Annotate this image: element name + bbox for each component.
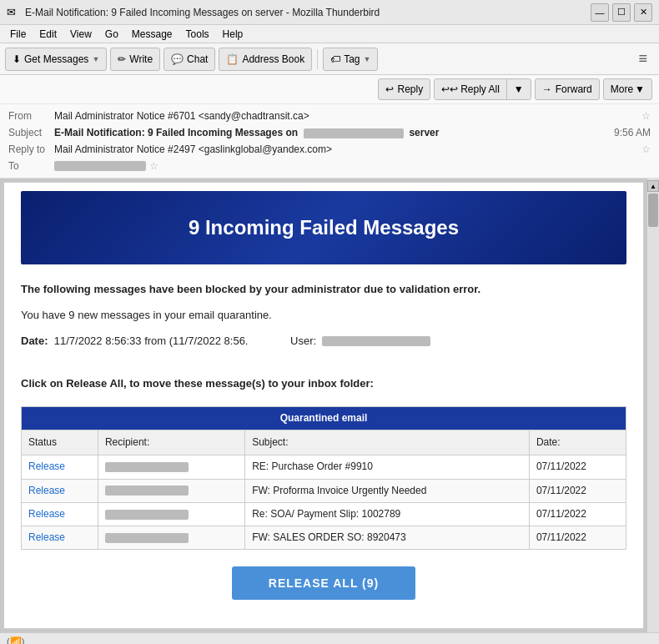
table-cell-subject: FW: Proforma Invoice Urgently Needed (245, 479, 530, 502)
more-button[interactable]: More ▼ (603, 78, 652, 100)
email-fields: From Mail Administrator Notice #6701 <sa… (0, 104, 659, 178)
more-label: More (611, 83, 633, 95)
reply-icon: ↩ (385, 83, 394, 95)
col-subject: Subject: (245, 430, 530, 455)
email-body: 9 Incoming Failed Messages The following… (4, 183, 643, 629)
menu-message[interactable]: Message (125, 27, 179, 42)
scrollbar-up[interactable]: ▲ (647, 180, 659, 192)
menu-view[interactable]: View (63, 27, 98, 42)
table-cell-status[interactable]: Release (22, 455, 98, 479)
to-star-icon[interactable]: ☆ (149, 160, 158, 172)
user-blurred (322, 336, 430, 346)
release-link[interactable]: Release (28, 508, 65, 520)
table-body: ReleaseRE: Purchase Order #991007/11/202… (22, 455, 626, 550)
address-book-label: Address Book (242, 53, 304, 65)
chat-icon: 💬 (171, 53, 184, 65)
reply-all-dropdown[interactable]: ▼ (507, 79, 531, 99)
menu-file[interactable]: File (3, 27, 33, 42)
subject-label: Subject (8, 127, 54, 138)
replyto-row: Reply to Mail Administrator Notice #2497… (8, 141, 651, 158)
menu-help[interactable]: Help (216, 27, 250, 42)
tag-label: Tag (344, 53, 360, 65)
address-book-button[interactable]: 📋 Address Book (219, 48, 312, 71)
write-button[interactable]: ✏ Write (110, 48, 160, 71)
release-link[interactable]: Release (28, 531, 65, 543)
window-title: E-Mail Notification: 9 Failed Incoming M… (25, 7, 591, 18)
recipient-blurred (105, 533, 189, 543)
table-cell-status[interactable]: Release (22, 526, 98, 549)
subject-value: E-Mail Notification: 9 Failed Incoming M… (54, 127, 614, 138)
email-header: ↩ Reply ↩↩ Reply All ▼ → Forward More ▼ … (0, 75, 659, 179)
table-cell-date: 07/11/2022 (529, 455, 626, 479)
menu-edit[interactable]: Edit (33, 27, 63, 42)
table-cell-subject: Re: SOA/ Payment Slip: 1002789 (245, 502, 530, 526)
to-row: To ☆ (8, 158, 651, 174)
chat-button[interactable]: 💬 Chat (163, 48, 215, 71)
phish-header: 9 Incoming Failed Messages (21, 191, 626, 264)
table-row: ReleaseFW: SALES ORDER SO: 892047307/11/… (22, 526, 626, 549)
statusbar: (📶) (0, 632, 659, 644)
window-controls: — ☐ ✕ (591, 3, 652, 22)
write-label: Write (129, 53, 153, 65)
table-row: ReleaseFW: Proforma Invoice Urgently Nee… (22, 479, 626, 502)
email-time: 9:56 AM (614, 127, 651, 138)
replyto-star-icon[interactable]: ☆ (641, 143, 651, 155)
date-value: 11/7/2022 8:56:33 from (11/7/2022 8:56. (54, 335, 249, 347)
reply-all-group: ↩↩ Reply All ▼ (434, 78, 531, 100)
table-cell-recipient (98, 502, 244, 526)
reply-button[interactable]: ↩ Reply (378, 78, 430, 100)
recipient-blurred (105, 510, 189, 520)
replyto-value: Mail Administrator Notice #2497 <gaslink… (54, 143, 638, 155)
col-recipient: Recipient: (98, 430, 244, 455)
tag-arrow: ▼ (364, 55, 371, 63)
more-arrow: ▼ (635, 83, 645, 95)
reply-all-icon: ↩↩ (441, 83, 458, 95)
user-label: User: (290, 335, 316, 347)
intro-text: The following messages have been blocked… (21, 281, 626, 299)
minimize-button[interactable]: — (591, 3, 609, 22)
tag-button[interactable]: 🏷 Tag ▼ (323, 48, 378, 71)
col-date: Date: (529, 430, 626, 455)
reply-all-button[interactable]: ↩↩ Reply All (435, 79, 506, 99)
get-messages-button[interactable]: ⬇ Get Messages ▼ (5, 48, 107, 71)
get-messages-arrow: ▼ (92, 55, 99, 63)
scrollbar-thumb[interactable] (648, 194, 658, 227)
maximize-button[interactable]: ☐ (612, 3, 631, 22)
get-messages-label: Get Messages (24, 53, 88, 65)
table-cell-date: 07/11/2022 (529, 526, 626, 549)
release-link[interactable]: Release (28, 485, 65, 496)
replyto-label: Reply to (8, 143, 54, 155)
table-row: ReleaseRE: Purchase Order #991007/11/202… (22, 455, 626, 479)
phish-body: The following messages have been blocked… (21, 281, 626, 600)
get-messages-icon: ⬇ (13, 53, 21, 65)
table-cell-date: 07/11/2022 (529, 479, 626, 502)
table-cell-date: 07/11/2022 (529, 502, 626, 526)
table-row: ReleaseRe: SOA/ Payment Slip: 100278907/… (22, 502, 626, 526)
address-book-icon: 📋 (226, 53, 239, 65)
from-row: From Mail Administrator Notice #6701 <sa… (8, 108, 651, 124)
main-toolbar: ⬇ Get Messages ▼ ✏ Write 💬 Chat 📋 Addres… (0, 43, 659, 75)
reply-label: Reply (397, 83, 423, 95)
menubar: File Edit View Go Message Tools Help (0, 25, 659, 43)
forward-button[interactable]: → Forward (535, 78, 600, 100)
forward-icon: → (542, 83, 552, 95)
from-star-icon[interactable]: ☆ (641, 110, 651, 122)
to-label: To (8, 160, 54, 172)
release-all-button[interactable]: RELEASE ALL (9) (232, 566, 415, 600)
table-cell-status[interactable]: Release (22, 479, 98, 502)
close-button[interactable]: ✕ (634, 3, 652, 22)
scrollbar[interactable]: ▲ (647, 179, 659, 632)
menu-go[interactable]: Go (98, 27, 125, 42)
table-cell-subject: FW: SALES ORDER SO: 8920473 (245, 526, 530, 549)
reply-all-arrow: ▼ (514, 83, 524, 95)
table-cell-recipient (98, 479, 244, 502)
table-cell-status[interactable]: Release (22, 502, 98, 526)
email-content: 9 Incoming Failed Messages The following… (3, 182, 644, 629)
menu-tools[interactable]: Tools (179, 27, 216, 42)
table-header-cell: Quarantined email (22, 406, 626, 430)
toolbar-menu-icon[interactable]: ≡ (631, 47, 654, 71)
main-area: 9 Incoming Failed Messages The following… (0, 179, 659, 632)
release-link[interactable]: Release (28, 460, 65, 472)
date-user-row: Date: 11/7/2022 8:56:33 from (11/7/2022 … (21, 333, 626, 350)
date-label: Date: (21, 335, 48, 347)
